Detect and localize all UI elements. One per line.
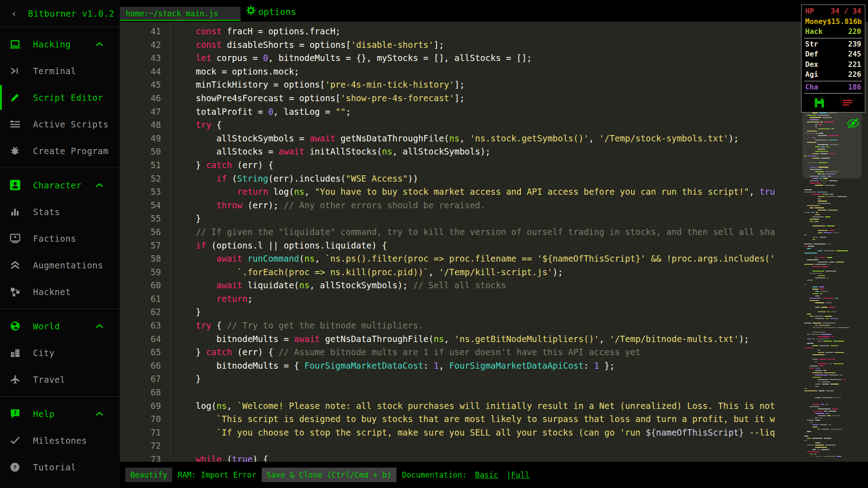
save-close-button[interactable]: Save & Close (Ctrl/Cmd + b) — [262, 468, 396, 482]
sidebar-item-active-scripts[interactable]: Active Scripts — [0, 111, 120, 137]
sidebar-item-label: Milestones — [33, 436, 87, 446]
network-icon — [9, 287, 21, 297]
line-number: 68 — [120, 386, 161, 399]
stat-value: 245 — [848, 49, 861, 60]
gear-icon — [246, 5, 256, 18]
sidebar-section-header-hacking[interactable]: Hacking — [0, 31, 120, 57]
character-stats-overlay[interactable]: HP34 / 34Money$15.816bHack220Str239Def24… — [801, 5, 865, 113]
sidebar-section-header-world[interactable]: World — [0, 313, 120, 339]
stats-overlay-actions — [805, 97, 861, 109]
stat-value: 221 — [848, 60, 861, 70]
line-number: 54 — [120, 199, 161, 212]
sidebar-section-label: Hacking — [33, 39, 71, 49]
sidebar-item-augmentations[interactable]: Augmentations — [0, 252, 120, 278]
code-line: `This script is designed to buy stocks t… — [196, 413, 868, 426]
code-line: bitnodeMults = { FourSigmaMarketDataCost… — [196, 359, 868, 373]
open-file-tab[interactable]: home:~/stock_main.js — [120, 7, 241, 21]
stat-value: $15.816b — [827, 17, 862, 27]
sidebar-item-factions[interactable]: Factions — [0, 225, 120, 252]
sidebar-section-label: World — [33, 321, 60, 331]
sidebar-section-header-character[interactable]: Character — [0, 172, 120, 198]
line-number: 47 — [120, 105, 161, 119]
collapse-sidebar-icon[interactable]: ‹ — [0, 8, 28, 19]
sidebar-header: ‹ Bitburner v1.0.2 — [0, 0, 120, 27]
sidebar-item-travel[interactable]: Travel — [0, 366, 120, 393]
line-number: 60 — [120, 279, 161, 292]
code-line — [196, 386, 868, 399]
svg-text:?: ? — [13, 410, 16, 416]
sidebar-item-script-editor[interactable]: Script Editor — [0, 84, 120, 111]
sidebar-item-label: Augmentations — [33, 260, 103, 270]
code-line: minTickHistory = options['pre-4s-min-tic… — [196, 78, 868, 92]
sidebar-item-terminal[interactable]: Terminal — [0, 57, 120, 84]
line-number: 62 — [120, 305, 161, 319]
line-number: 57 — [120, 239, 161, 253]
stat-row-hack: Hack220 — [805, 27, 861, 37]
sidebar-item-label: Active Scripts — [33, 119, 108, 129]
double-chevron-up-icon — [9, 260, 21, 270]
code-line: } catch (err) { // Assume bitnode mults … — [196, 346, 868, 359]
line-number: 58 — [120, 252, 161, 266]
sidebar-item-create-program[interactable]: Create Program — [0, 137, 120, 164]
person-badge-icon — [9, 180, 21, 190]
help-bubble-icon: ? — [9, 408, 21, 419]
stat-value: 34 / 34 — [831, 6, 861, 17]
sidebar-item-options[interactable]: Options — [0, 480, 120, 488]
bar-chart-icon — [9, 207, 21, 216]
bug-icon — [9, 146, 21, 156]
code-area[interactable]: const fracH = options.fracH;const disabl… — [170, 22, 868, 462]
line-number: 55 — [120, 212, 161, 225]
line-number: 43 — [120, 52, 161, 65]
line-number: 51 — [120, 159, 161, 172]
app-title: Bitburner v1.0.2 — [28, 9, 114, 19]
line-number: 67 — [120, 372, 161, 386]
beautify-button[interactable]: Beautify — [125, 468, 172, 482]
id-card-icon — [9, 234, 21, 243]
stat-label: Dex — [805, 60, 818, 70]
stat-label: Def — [805, 49, 818, 60]
sidebar-item-label: Hacknet — [33, 287, 71, 297]
line-number: 45 — [120, 78, 161, 92]
sidebar-item-tutorial[interactable]: ?Tutorial — [0, 454, 120, 480]
code-line: `If you choose to stop the script, make … — [196, 426, 868, 440]
laptop-icon — [9, 39, 21, 49]
line-number: 50 — [120, 145, 161, 159]
sidebar-item-label: Stats — [33, 207, 60, 217]
sidebar-item-hacknet[interactable]: Hacknet — [0, 278, 120, 305]
list-icon — [9, 120, 21, 128]
stat-divider — [804, 38, 862, 38]
line-number: 59 — [120, 266, 161, 279]
sidebar-item-label: Create Program — [33, 146, 108, 156]
stat-label: Str — [805, 39, 818, 50]
code-line: } — [196, 372, 868, 386]
line-number: 56 — [120, 225, 161, 239]
eye-slash-icon[interactable] — [846, 117, 860, 131]
code-line: if (options.l || options.liquidate) { — [196, 239, 868, 253]
sidebar-section-label: Help — [33, 409, 55, 419]
code-line: const fracH = options.fracH; — [196, 25, 868, 38]
code-line: showPre4sForecast = options['show-pre-4s… — [196, 92, 868, 105]
sidebar-item-milestones[interactable]: Milestones — [0, 427, 120, 454]
editor-options-button[interactable]: options — [246, 5, 296, 18]
line-number-gutter: 4142434445464748495051525354555657585960… — [120, 22, 170, 462]
sidebar-item-city[interactable]: City — [0, 339, 120, 366]
save-icon[interactable] — [813, 97, 826, 109]
code-line: return; — [196, 292, 868, 306]
sidebar-section-header-help[interactable]: ?Help — [0, 400, 120, 427]
svg-text:?: ? — [13, 464, 17, 471]
line-number: 65 — [120, 346, 161, 359]
line-number: 63 — [120, 319, 161, 333]
bitburner-app: ‹ Bitburner v1.0.2 HackingTerminalScript… — [0, 0, 868, 488]
code-line: while (true) { — [196, 453, 868, 462]
sidebar-item-label: City — [33, 348, 55, 358]
docs-basic-link[interactable]: Basic — [475, 470, 498, 479]
sidebar-item-stats[interactable]: Stats — [0, 198, 120, 225]
sidebar: ‹ Bitburner v1.0.2 HackingTerminalScript… — [0, 0, 120, 488]
check-icon — [9, 436, 21, 445]
script-editor: 4142434445464748495051525354555657585960… — [120, 22, 868, 462]
line-number: 61 — [120, 292, 161, 306]
log-lines-icon[interactable] — [842, 99, 853, 107]
docs-full-link[interactable]: Full — [511, 470, 529, 479]
stat-value: 186 — [848, 82, 861, 93]
line-number: 44 — [120, 65, 161, 79]
